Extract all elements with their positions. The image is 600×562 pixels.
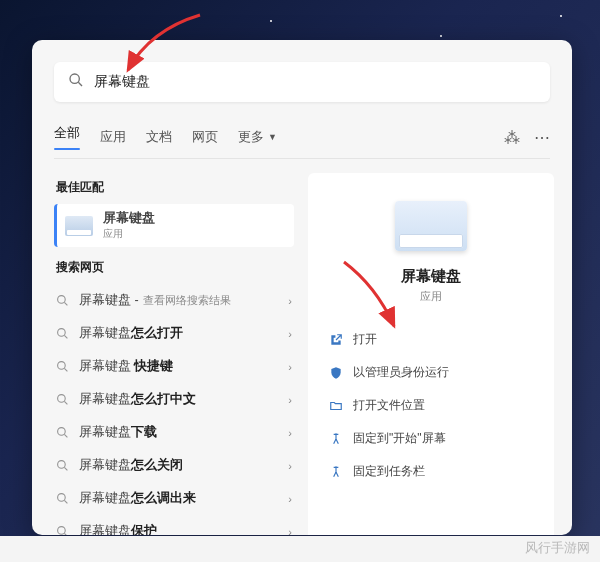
bottom-bar <box>0 536 600 562</box>
web-suggestion[interactable]: 屏幕键盘下载› <box>54 416 294 449</box>
suggestion-text: 屏幕键盘怎么打开 <box>79 325 183 342</box>
chevron-right-icon: › <box>288 394 292 406</box>
action-open-location[interactable]: 打开文件位置 <box>324 392 538 419</box>
svg-point-12 <box>58 461 66 469</box>
best-match-title: 屏幕键盘 <box>103 210 155 227</box>
svg-point-10 <box>58 428 66 436</box>
action-label: 打开 <box>353 331 377 348</box>
search-icon <box>56 360 69 373</box>
action-label: 打开文件位置 <box>353 397 425 414</box>
svg-line-13 <box>64 467 67 470</box>
web-results-label: 搜索网页 <box>56 259 294 276</box>
svg-point-14 <box>58 494 66 502</box>
chevron-down-icon: ▼ <box>268 132 277 142</box>
chevron-right-icon: › <box>288 493 292 505</box>
svg-point-16 <box>58 527 66 535</box>
suggestion-text: 屏幕键盘 -查看网络搜索结果 <box>79 292 231 309</box>
action-open[interactable]: 打开 <box>324 326 538 353</box>
search-icon <box>68 72 84 92</box>
suggestion-text: 屏幕键盘怎么打中文 <box>79 391 196 408</box>
svg-line-11 <box>64 434 67 437</box>
suggestion-text: 屏幕键盘下载 <box>79 424 157 441</box>
search-icon <box>56 525 69 535</box>
chevron-right-icon: › <box>288 361 292 373</box>
chevron-right-icon: › <box>288 526 292 536</box>
detail-subtitle: 应用 <box>420 289 442 304</box>
action-run-as-admin[interactable]: 以管理员身份运行 <box>324 359 538 386</box>
search-input[interactable] <box>94 74 536 90</box>
tab-all[interactable]: 全部 <box>54 116 80 158</box>
web-suggestion[interactable]: 屏幕键盘 快捷键› <box>54 350 294 383</box>
chevron-right-icon: › <box>288 295 292 307</box>
tab-web[interactable]: 网页 <box>192 120 218 154</box>
detail-pane: 屏幕键盘 应用 打开 以管理员身份运行 <box>308 173 554 535</box>
keyboard-icon <box>395 201 467 251</box>
best-match-label: 最佳匹配 <box>56 179 294 196</box>
pin-icon <box>328 431 343 446</box>
chevron-right-icon: › <box>288 460 292 472</box>
search-bar[interactable] <box>54 62 550 102</box>
chevron-right-icon: › <box>288 328 292 340</box>
search-icon <box>56 393 69 406</box>
web-suggestion[interactable]: 屏幕键盘怎么打开› <box>54 317 294 350</box>
suggestion-text: 屏幕键盘保护 <box>79 523 157 535</box>
svg-point-2 <box>58 296 66 304</box>
best-match-subtitle: 应用 <box>103 227 155 241</box>
pin-icon <box>328 464 343 479</box>
svg-point-6 <box>58 362 66 370</box>
watermark: 风行手游网 <box>525 539 590 557</box>
tab-docs[interactable]: 文档 <box>146 120 172 154</box>
svg-point-8 <box>58 395 66 403</box>
results-column: 最佳匹配 屏幕键盘 应用 搜索网页 屏幕键盘 -查看网络搜索结果›屏幕键盘怎么打… <box>54 173 294 535</box>
svg-line-5 <box>64 335 67 338</box>
search-icon <box>56 327 69 340</box>
search-icon <box>56 459 69 472</box>
best-match-item[interactable]: 屏幕键盘 应用 <box>54 204 294 247</box>
suggestion-text: 屏幕键盘怎么关闭 <box>79 457 183 474</box>
shield-icon <box>328 365 343 380</box>
svg-line-1 <box>78 82 82 86</box>
account-icon[interactable]: ⁂ <box>504 128 520 147</box>
svg-line-3 <box>64 302 67 305</box>
svg-line-17 <box>64 533 67 535</box>
action-label: 固定到"开始"屏幕 <box>353 430 446 447</box>
search-panel: 全部 应用 文档 网页 更多 ▼ ⁂ ⋯ 最佳匹配 屏幕键盘 应用 搜索网页 屏… <box>32 40 572 535</box>
action-label: 固定到任务栏 <box>353 463 425 480</box>
web-suggestion[interactable]: 屏幕键盘保护› <box>54 515 294 535</box>
svg-line-7 <box>64 368 67 371</box>
web-suggestion[interactable]: 屏幕键盘怎么关闭› <box>54 449 294 482</box>
folder-icon <box>328 398 343 413</box>
svg-point-4 <box>58 329 66 337</box>
keyboard-icon <box>65 216 93 236</box>
search-icon <box>56 294 69 307</box>
suggestion-text: 屏幕键盘 快捷键 <box>79 358 173 375</box>
chevron-right-icon: › <box>288 427 292 439</box>
suggestion-text: 屏幕键盘怎么调出来 <box>79 490 196 507</box>
open-icon <box>328 332 343 347</box>
tab-apps[interactable]: 应用 <box>100 120 126 154</box>
web-suggestion[interactable]: 屏幕键盘 -查看网络搜索结果› <box>54 284 294 317</box>
svg-point-0 <box>70 74 79 83</box>
svg-line-9 <box>64 401 67 404</box>
web-suggestion[interactable]: 屏幕键盘怎么调出来› <box>54 482 294 515</box>
detail-title: 屏幕键盘 <box>401 267 461 286</box>
overflow-icon[interactable]: ⋯ <box>534 128 550 147</box>
action-pin-taskbar[interactable]: 固定到任务栏 <box>324 458 538 485</box>
search-icon <box>56 492 69 505</box>
action-label: 以管理员身份运行 <box>353 364 449 381</box>
web-suggestion[interactable]: 屏幕键盘怎么打中文› <box>54 383 294 416</box>
svg-line-15 <box>64 500 67 503</box>
tab-bar: 全部 应用 文档 网页 更多 ▼ ⁂ ⋯ <box>54 116 550 159</box>
search-icon <box>56 426 69 439</box>
tab-more[interactable]: 更多 ▼ <box>238 120 277 154</box>
action-pin-start[interactable]: 固定到"开始"屏幕 <box>324 425 538 452</box>
